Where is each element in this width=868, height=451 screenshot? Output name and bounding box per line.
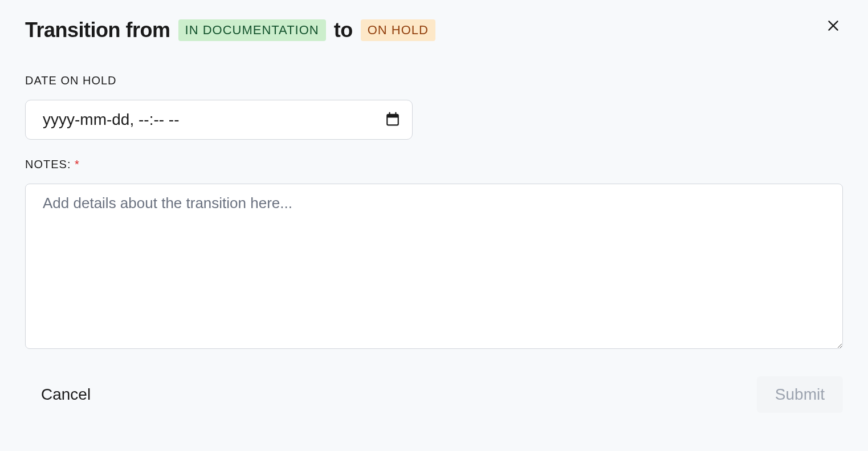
- transition-modal: Transition from IN DOCUMENTATION to ON H…: [25, 18, 843, 413]
- notes-textarea[interactable]: [25, 184, 843, 349]
- modal-title: Transition from IN DOCUMENTATION to ON H…: [25, 18, 843, 42]
- from-status-badge: IN DOCUMENTATION: [178, 19, 326, 41]
- date-field: DATE ON HOLD: [25, 74, 843, 140]
- close-icon: [826, 26, 841, 35]
- notes-label: NOTES: *: [25, 158, 843, 171]
- calendar-icon: [385, 120, 400, 128]
- submit-button[interactable]: Submit: [757, 376, 843, 413]
- required-indicator: *: [75, 158, 80, 170]
- close-button[interactable]: [824, 16, 843, 37]
- title-mid: to: [334, 18, 353, 42]
- modal-footer: Cancel Submit: [25, 376, 843, 413]
- cancel-button[interactable]: Cancel: [25, 380, 107, 409]
- notes-field: NOTES: *: [25, 158, 843, 351]
- title-prefix: Transition from: [25, 18, 170, 42]
- calendar-picker-button[interactable]: [385, 112, 400, 128]
- notes-label-text: NOTES:: [25, 158, 71, 170]
- date-input-wrapper: [25, 100, 413, 140]
- date-on-hold-input[interactable]: [25, 100, 413, 140]
- to-status-badge: ON HOLD: [361, 19, 435, 41]
- svg-rect-3: [387, 115, 398, 117]
- date-label: DATE ON HOLD: [25, 74, 843, 87]
